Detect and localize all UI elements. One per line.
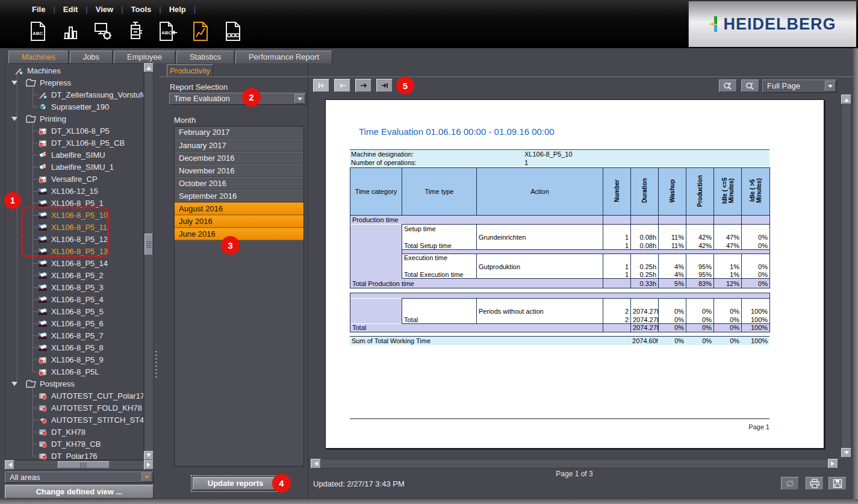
refresh-button[interactable] <box>781 477 799 490</box>
chevron-down-icon <box>828 85 833 90</box>
tree-item-labelfire_simu[interactable]: Labelfire_SIMU <box>5 149 143 161</box>
month-item-february-2017[interactable]: February 2017 <box>175 126 303 139</box>
report-cell <box>686 299 714 307</box>
zoom-mode-select[interactable]: Full Page <box>762 79 837 93</box>
tab-statistics[interactable]: Statistics <box>176 51 234 63</box>
tree-vscrollbar[interactable] <box>144 63 154 460</box>
doc-scroll-up-button[interactable] <box>841 95 851 104</box>
save-button[interactable] <box>828 477 847 490</box>
tree-guide <box>33 420 38 420</box>
dropdown-arrow-button[interactable] <box>825 81 836 92</box>
tab-productivity[interactable]: Productivity <box>167 64 213 77</box>
doc-scroll-right-button[interactable] <box>828 459 838 468</box>
bar-chart-icon[interactable] <box>59 19 82 44</box>
report-type-select[interactable]: Time Evaluation <box>169 93 306 105</box>
tree-item-dt_xl106-8_p5_cb[interactable]: DT_XL106-8_P5_CB <box>5 137 143 149</box>
tree-group-printing[interactable]: Printing <box>5 113 143 125</box>
tree-hscroll-thumb[interactable] <box>58 461 110 468</box>
tree-item-xl106-8_p5_3[interactable]: XL106-8_P5_3 <box>5 281 143 293</box>
tree-item-xl106-8_p5_14[interactable]: XL106-8_P5_14 <box>5 257 143 269</box>
print-button[interactable] <box>806 477 824 490</box>
tab-machines[interactable]: Machines <box>8 51 69 63</box>
data-link-icon[interactable] <box>222 19 244 44</box>
tree-item-xl106-8_p5_9[interactable]: XL106-8_P5_9 <box>5 353 143 366</box>
doc-hscrollbar[interactable] <box>311 459 838 468</box>
tree-scroll-down-button[interactable] <box>144 451 154 460</box>
machine-counter-icon[interactable] <box>124 19 147 44</box>
doc-scroll-down-button[interactable] <box>841 448 851 458</box>
month-item-september-2016[interactable]: September 2016 <box>175 190 303 202</box>
update-reports-button[interactable]: Update reports <box>193 477 278 490</box>
tree-item-xl106-8_p5_4[interactable]: XL106-8_P5_4 <box>5 293 143 305</box>
month-item-june-2016[interactable]: June 2016 <box>175 228 303 240</box>
tree-item-xl106-12_15[interactable]: XL106-12_15 <box>5 185 143 197</box>
menu-edit[interactable]: Edit <box>55 4 86 15</box>
tree-item-autotest_stitch_st450[interactable]: AUTOTEST_STITCH_ST450 <box>5 414 143 426</box>
last-page-button[interactable] <box>376 79 393 92</box>
tree-item-xl106-8_p5l[interactable]: XL106-8_P5L <box>5 366 143 378</box>
dropdown-arrow-button[interactable] <box>141 473 152 482</box>
tree-group-prepress[interactable]: Prepress <box>5 76 143 89</box>
tree-label: Versafire_CP <box>51 175 98 184</box>
tab-jobs[interactable]: Jobs <box>70 51 113 63</box>
system-settings-icon[interactable] <box>92 19 114 44</box>
tree-item-dt_kh78[interactable]: DT_KH78 <box>5 426 143 438</box>
change-defined-view-button[interactable]: Change defined view ... <box>5 485 154 499</box>
doc-scroll-left-button[interactable] <box>311 459 321 468</box>
tab-employee[interactable]: Employee <box>114 51 175 63</box>
tree-guide <box>33 191 38 191</box>
tree-item-xl106-8_p5_2[interactable]: XL106-8_P5_2 <box>5 269 143 281</box>
tree-item-versafire_cp[interactable]: Versafire_CP <box>5 173 143 185</box>
press-reddot-icon <box>38 368 48 376</box>
month-item-august-2016[interactable]: August 2016 <box>175 202 303 215</box>
tree-scroll-right-button[interactable] <box>144 460 154 470</box>
month-item-july-2016[interactable]: July 2016 <box>175 215 303 228</box>
report-cell <box>603 299 631 307</box>
report-selection-label: Report Selection <box>170 82 228 92</box>
area-filter-select[interactable]: All areas <box>5 471 154 483</box>
zoom-in-button[interactable] <box>719 79 737 92</box>
month-item-october-2016[interactable]: October 2016 <box>175 177 303 190</box>
tab-performance-report[interactable]: Performance Report <box>235 51 332 63</box>
tree-item-dt_polar176[interactable]: DT_Polar176 <box>5 450 143 460</box>
tree-item-labelfire_simu_1[interactable]: Labelfire_SIMU_1 <box>5 161 143 173</box>
tree-group-postpress[interactable]: Postpress <box>5 378 143 390</box>
value-cell: 0% <box>742 233 770 242</box>
value-cell: 2 <box>603 307 631 316</box>
zoom-out-button[interactable] <box>741 79 759 92</box>
tree-item-xl106-8_p5_5[interactable]: XL106-8_P5_5 <box>5 305 143 317</box>
tree-item-dt_zeiterfassung_vorstufe[interactable]: DT_Zeiterfassung_Vorstufe <box>5 89 143 101</box>
tree-vscroll-thumb[interactable] <box>145 234 153 255</box>
tree-item-xl106-8_p5_6[interactable]: XL106-8_P5_6 <box>5 317 143 329</box>
menu-file[interactable]: File <box>24 4 53 15</box>
tree-scroll-left-button[interactable] <box>5 460 14 470</box>
first-page-button[interactable] <box>313 79 329 92</box>
previous-page-button[interactable] <box>334 79 350 92</box>
menu-view[interactable]: View <box>88 4 121 15</box>
tree-item-autotest_cut_polar176[interactable]: AUTOTEST_CUT_Polar176 <box>5 390 143 402</box>
next-page-button[interactable] <box>355 79 371 92</box>
tree-item-dt_xl106-8_p5[interactable]: DT_XL106-8_P5 <box>5 125 143 137</box>
tree-item-xl106-8_p5_7[interactable]: XL106-8_P5_7 <box>5 329 143 341</box>
panel-splitter[interactable] <box>154 63 158 460</box>
value-cell: 100% <box>742 307 770 316</box>
tree-item-autotest_fold_kh78[interactable]: AUTOTEST_FOLD_KH78 <box>5 402 143 414</box>
first-page-icon <box>317 82 326 89</box>
month-item-december-2016[interactable]: December 2016 <box>175 152 303 164</box>
menu-help[interactable]: Help <box>161 4 194 15</box>
dropdown-arrow-button[interactable] <box>294 94 305 104</box>
tree-item-machines[interactable]: Machines <box>5 64 143 76</box>
text-report-icon[interactable]: ABC <box>26 19 49 44</box>
tree-item-dt_kh78_cb[interactable]: DT_KH78_CB <box>5 438 143 450</box>
menu-tools[interactable]: Tools <box>123 4 160 15</box>
tree-item-suprasetter_190[interactable]: Suprasetter_190 <box>5 101 143 113</box>
tree-scroll-up-button[interactable] <box>144 63 154 72</box>
chart-report-icon[interactable] <box>189 19 212 44</box>
value-cell <box>603 279 631 288</box>
time-type-cell <box>402 262 477 271</box>
month-item-november-2016[interactable]: November 2016 <box>175 164 303 177</box>
tree-item-xl106-8_p5_8[interactable]: XL106-8_P5_8 <box>5 341 143 353</box>
text-import-icon[interactable]: ABC <box>157 19 179 44</box>
month-item-january-2017[interactable]: January 2017 <box>175 139 303 152</box>
doc-vscrollbar[interactable] <box>841 95 851 458</box>
